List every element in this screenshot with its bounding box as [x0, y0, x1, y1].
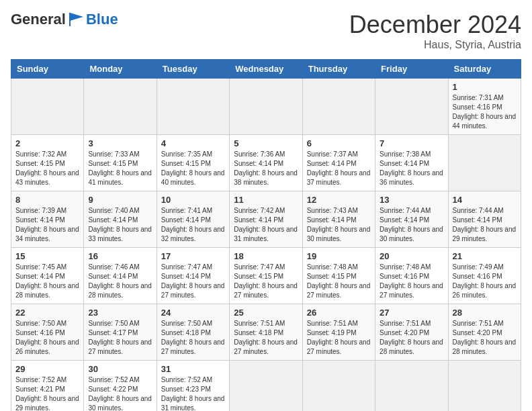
day-number: 5 [234, 138, 298, 148]
column-header-saturday: Saturday [448, 60, 521, 79]
calendar-cell: 30 Sunrise: 7:52 AMSunset: 4:22 PMDaylig… [84, 361, 157, 412]
day-number: 16 [88, 251, 152, 261]
day-number: 15 [15, 251, 79, 261]
day-number: 10 [161, 195, 225, 205]
day-info: Sunrise: 7:51 AMSunset: 4:18 PMDaylight:… [234, 319, 298, 357]
calendar-cell: 22 Sunrise: 7:50 AMSunset: 4:16 PMDaylig… [11, 304, 84, 361]
day-info: Sunrise: 7:52 AMSunset: 4:22 PMDaylight:… [88, 375, 152, 411]
day-number: 26 [307, 308, 371, 318]
day-number: 17 [161, 251, 225, 261]
calendar-header-row: SundayMondayTuesdayWednesdayThursdayFrid… [11, 60, 521, 79]
day-info: Sunrise: 7:50 AMSunset: 4:17 PMDaylight:… [88, 319, 152, 357]
calendar-week-row: 2 Sunrise: 7:32 AMSunset: 4:15 PMDayligh… [11, 135, 521, 191]
calendar-cell: 9 Sunrise: 7:40 AMSunset: 4:14 PMDayligh… [84, 191, 157, 248]
calendar-cell: 31 Sunrise: 7:52 AMSunset: 4:23 PMDaylig… [157, 361, 229, 412]
calendar-cell [375, 79, 448, 135]
day-info: Sunrise: 7:32 AMSunset: 4:15 PMDaylight:… [15, 150, 79, 187]
calendar-cell [302, 361, 375, 412]
calendar-cell: 23 Sunrise: 7:50 AMSunset: 4:17 PMDaylig… [84, 304, 157, 361]
day-number: 18 [234, 251, 298, 261]
day-number: 2 [15, 138, 79, 148]
calendar-cell: 19 Sunrise: 7:48 AMSunset: 4:15 PMDaylig… [302, 248, 375, 304]
logo-general-text: General [11, 11, 66, 28]
day-info: Sunrise: 7:41 AMSunset: 4:14 PMDaylight:… [161, 206, 225, 244]
calendar-week-row: 8 Sunrise: 7:39 AMSunset: 4:14 PMDayligh… [11, 191, 521, 248]
calendar-cell: 18 Sunrise: 7:47 AMSunset: 4:15 PMDaylig… [230, 248, 302, 304]
day-number: 6 [307, 138, 371, 148]
day-info: Sunrise: 7:31 AMSunset: 4:16 PMDaylight:… [453, 93, 517, 131]
calendar-cell: 8 Sunrise: 7:39 AMSunset: 4:14 PMDayligh… [11, 191, 84, 248]
day-info: Sunrise: 7:44 AMSunset: 4:14 PMDaylight:… [453, 206, 517, 244]
day-info: Sunrise: 7:47 AMSunset: 4:14 PMDaylight:… [161, 263, 225, 300]
day-info: Sunrise: 7:35 AMSunset: 4:15 PMDaylight:… [161, 150, 225, 187]
calendar-cell: 5 Sunrise: 7:36 AMSunset: 4:14 PMDayligh… [230, 135, 302, 191]
calendar-week-row: 1 Sunrise: 7:31 AMSunset: 4:16 PMDayligh… [11, 79, 521, 135]
calendar-week-row: 29 Sunrise: 7:52 AMSunset: 4:21 PMDaylig… [11, 361, 521, 412]
calendar-cell: 15 Sunrise: 7:45 AMSunset: 4:14 PMDaylig… [11, 248, 84, 304]
calendar-cell: 7 Sunrise: 7:38 AMSunset: 4:14 PMDayligh… [375, 135, 448, 191]
calendar-cell: 28 Sunrise: 7:51 AMSunset: 4:20 PMDaylig… [448, 304, 521, 361]
calendar-cell: 4 Sunrise: 7:35 AMSunset: 4:15 PMDayligh… [157, 135, 229, 191]
day-info: Sunrise: 7:51 AMSunset: 4:20 PMDaylight:… [380, 319, 443, 357]
day-number: 8 [15, 195, 79, 205]
column-header-sunday: Sunday [11, 60, 84, 79]
logo-flag-icon [67, 11, 86, 28]
location-text: Haus, Styria, Austria [349, 39, 521, 51]
calendar-cell: 1 Sunrise: 7:31 AMSunset: 4:16 PMDayligh… [448, 79, 521, 135]
day-info: Sunrise: 7:48 AMSunset: 4:15 PMDaylight:… [307, 263, 371, 300]
logo-blue-text: Blue [86, 11, 118, 28]
calendar-week-row: 22 Sunrise: 7:50 AMSunset: 4:16 PMDaylig… [11, 304, 521, 361]
calendar-cell [448, 361, 521, 412]
day-number: 3 [88, 138, 152, 148]
calendar-cell: 3 Sunrise: 7:33 AMSunset: 4:15 PMDayligh… [84, 135, 157, 191]
column-header-friday: Friday [375, 60, 448, 79]
day-info: Sunrise: 7:50 AMSunset: 4:18 PMDaylight:… [161, 319, 225, 357]
calendar-cell: 6 Sunrise: 7:37 AMSunset: 4:14 PMDayligh… [302, 135, 375, 191]
calendar-cell: 12 Sunrise: 7:43 AMSunset: 4:14 PMDaylig… [302, 191, 375, 248]
page-header: General Blue December 2024 Haus, Styria,… [11, 11, 521, 51]
day-number: 13 [380, 195, 443, 205]
day-number: 20 [380, 251, 443, 261]
calendar-cell: 10 Sunrise: 7:41 AMSunset: 4:14 PMDaylig… [157, 191, 229, 248]
column-header-tuesday: Tuesday [157, 60, 229, 79]
svg-marker-0 [70, 13, 83, 21]
day-number: 27 [380, 308, 443, 318]
day-info: Sunrise: 7:47 AMSunset: 4:15 PMDaylight:… [234, 263, 298, 300]
day-number: 31 [161, 364, 225, 374]
day-info: Sunrise: 7:50 AMSunset: 4:16 PMDaylight:… [15, 319, 79, 357]
calendar-cell: 24 Sunrise: 7:50 AMSunset: 4:18 PMDaylig… [157, 304, 229, 361]
day-info: Sunrise: 7:40 AMSunset: 4:14 PMDaylight:… [88, 206, 152, 244]
day-info: Sunrise: 7:33 AMSunset: 4:15 PMDaylight:… [88, 150, 152, 187]
calendar-cell: 25 Sunrise: 7:51 AMSunset: 4:18 PMDaylig… [230, 304, 302, 361]
day-info: Sunrise: 7:37 AMSunset: 4:14 PMDaylight:… [307, 150, 371, 187]
calendar-cell [230, 361, 302, 412]
day-info: Sunrise: 7:48 AMSunset: 4:16 PMDaylight:… [380, 263, 443, 300]
day-info: Sunrise: 7:49 AMSunset: 4:16 PMDaylight:… [453, 263, 517, 300]
calendar-cell: 29 Sunrise: 7:52 AMSunset: 4:21 PMDaylig… [11, 361, 84, 412]
day-info: Sunrise: 7:46 AMSunset: 4:14 PMDaylight:… [88, 263, 152, 300]
calendar-cell: 16 Sunrise: 7:46 AMSunset: 4:14 PMDaylig… [84, 248, 157, 304]
day-info: Sunrise: 7:43 AMSunset: 4:14 PMDaylight:… [307, 206, 371, 244]
day-number: 1 [453, 82, 517, 92]
calendar-cell [157, 79, 229, 135]
day-number: 12 [307, 195, 371, 205]
calendar-table: SundayMondayTuesdayWednesdayThursdayFrid… [11, 59, 521, 411]
calendar-cell: 17 Sunrise: 7:47 AMSunset: 4:14 PMDaylig… [157, 248, 229, 304]
calendar-cell [375, 361, 448, 412]
calendar-cell: 2 Sunrise: 7:32 AMSunset: 4:15 PMDayligh… [11, 135, 84, 191]
column-header-monday: Monday [84, 60, 157, 79]
day-number: 19 [307, 251, 371, 261]
day-info: Sunrise: 7:51 AMSunset: 4:20 PMDaylight:… [453, 319, 517, 357]
calendar-cell: 14 Sunrise: 7:44 AMSunset: 4:14 PMDaylig… [448, 191, 521, 248]
day-info: Sunrise: 7:51 AMSunset: 4:19 PMDaylight:… [307, 319, 371, 357]
calendar-cell [11, 79, 84, 135]
day-number: 14 [453, 195, 517, 205]
calendar-cell: 26 Sunrise: 7:51 AMSunset: 4:19 PMDaylig… [302, 304, 375, 361]
day-number: 29 [15, 364, 79, 374]
calendar-cell [448, 135, 521, 191]
calendar-cell: 27 Sunrise: 7:51 AMSunset: 4:20 PMDaylig… [375, 304, 448, 361]
day-info: Sunrise: 7:38 AMSunset: 4:14 PMDaylight:… [380, 150, 443, 187]
calendar-cell [230, 79, 302, 135]
calendar-cell [84, 79, 157, 135]
day-number: 25 [234, 308, 298, 318]
